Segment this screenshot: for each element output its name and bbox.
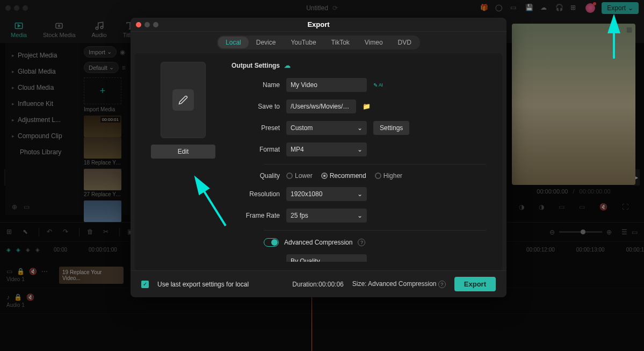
- quality-recommend-radio[interactable]: Recommend: [321, 172, 366, 180]
- sidebar-item-compound-clip[interactable]: ▸Compound Clip: [5, 128, 81, 144]
- format-select[interactable]: MP4⌄: [286, 142, 367, 156]
- sidebar-item-photos-library[interactable]: Photos Library: [5, 144, 81, 160]
- sidebar-item-adjustment-layer[interactable]: ▸Adjustment L...: [5, 112, 81, 128]
- marker-nav-icon[interactable]: ◈: [26, 247, 30, 253]
- sidebar-item-global-media[interactable]: ▸Global Media: [5, 63, 81, 80]
- lock-icon[interactable]: 🔒: [17, 268, 25, 275]
- advanced-compression-toggle[interactable]: [264, 238, 279, 247]
- visibility-icon[interactable]: ▭: [6, 268, 12, 275]
- color-panel-icon[interactable]: ◧: [613, 26, 619, 33]
- cut-icon[interactable]: ✂: [103, 228, 112, 237]
- fullscreen-icon[interactable]: ⛶: [622, 203, 628, 211]
- delete-icon[interactable]: 🗑: [87, 228, 96, 237]
- confirm-export-button[interactable]: Export: [454, 277, 496, 291]
- zoom-out-icon[interactable]: ⊖: [549, 228, 555, 236]
- preset-settings-button[interactable]: Settings: [373, 121, 409, 135]
- chevron-down-icon: ⌄: [357, 212, 363, 219]
- help-icon[interactable]: ?: [358, 239, 365, 246]
- gift-icon[interactable]: 🎁: [480, 4, 489, 12]
- headphones-icon[interactable]: 🎧: [555, 4, 564, 12]
- dialog-window-controls[interactable]: [136, 22, 158, 27]
- tab-audio[interactable]: Audio: [92, 21, 107, 38]
- cursor-icon[interactable]: ⬉: [23, 228, 31, 237]
- maximize-dot-icon[interactable]: [23, 5, 28, 11]
- media-thumbnail[interactable]: [84, 137, 121, 159]
- name-input[interactable]: [286, 78, 367, 92]
- image-panel-icon[interactable]: ▦: [626, 26, 632, 33]
- apps-icon[interactable]: ⊞: [570, 4, 579, 12]
- timeline-clip[interactable]: 19 Replace Your Video...: [59, 267, 124, 284]
- media-thumbnail[interactable]: [84, 200, 121, 222]
- export-button[interactable]: Export ⌄: [602, 2, 639, 14]
- timeline-view-icon[interactable]: ☰: [621, 228, 627, 236]
- framerate-select[interactable]: 25 fps⌄: [286, 209, 367, 223]
- more-icon[interactable]: ⋯: [41, 268, 48, 275]
- use-last-settings-checkbox[interactable]: ✓: [141, 281, 149, 288]
- marker-del-icon[interactable]: ◈: [35, 247, 40, 253]
- preset-select[interactable]: Custom⌄: [286, 121, 367, 135]
- filter-icon[interactable]: ≡: [122, 64, 126, 71]
- marker-icon[interactable]: ▭: [579, 203, 585, 211]
- grid-icon[interactable]: ⊞: [6, 228, 15, 237]
- add-folder-icon[interactable]: ⊕: [12, 203, 17, 211]
- user-avatar[interactable]: [585, 3, 595, 13]
- undo-icon[interactable]: ↶: [47, 228, 55, 237]
- marker-add-icon[interactable]: ◈: [6, 247, 11, 253]
- sidebar-item-project-media[interactable]: ▸Project Media: [5, 47, 81, 63]
- snapshot-icon[interactable]: ▭: [559, 203, 565, 211]
- tab-youtube[interactable]: YouTube: [283, 37, 323, 48]
- browse-folder-icon[interactable]: 📁: [363, 103, 371, 110]
- record-icon[interactable]: ◉: [120, 48, 125, 56]
- clip-label: 18 Replace Yo...: [84, 160, 121, 166]
- tab-dvd[interactable]: DVD: [390, 37, 419, 48]
- tab-device[interactable]: Device: [249, 37, 284, 48]
- media-thumbnail[interactable]: 00:00:01: [84, 116, 121, 137]
- mute-icon[interactable]: 🔇: [599, 203, 607, 211]
- marker-list-icon[interactable]: ◈: [16, 247, 20, 253]
- tab-local[interactable]: Local: [218, 37, 249, 48]
- mute-icon[interactable]: 🔇: [26, 293, 34, 301]
- sync-icon: ⟳: [332, 4, 338, 12]
- settings-icon[interactable]: ◑: [539, 203, 544, 211]
- close-icon[interactable]: [136, 22, 141, 27]
- minimize-dot-icon[interactable]: [14, 5, 19, 11]
- dialog-title: Export: [307, 20, 329, 28]
- redo-icon[interactable]: ↷: [63, 228, 71, 237]
- mute-icon[interactable]: 🔇: [29, 268, 37, 275]
- audio-icon[interactable]: ♪: [6, 293, 10, 301]
- audio-meter-icon[interactable]: ◑: [519, 203, 524, 211]
- import-dropdown[interactable]: Import ⌄: [84, 46, 117, 58]
- monitor-icon[interactable]: ▭: [510, 4, 519, 12]
- sort-dropdown[interactable]: Default ⌄: [84, 62, 119, 73]
- cloud-icon[interactable]: ☁: [540, 4, 549, 12]
- quality-higher-radio[interactable]: Higher: [375, 172, 402, 180]
- quality-lower-radio[interactable]: Lower: [286, 172, 313, 180]
- import-media-button[interactable]: +: [84, 77, 121, 104]
- tab-stock-media[interactable]: Stock Media: [43, 21, 76, 38]
- zoom-in-icon[interactable]: ⊕: [606, 228, 612, 236]
- framerate-label: Frame Rate: [231, 212, 280, 219]
- compression-mode-select[interactable]: By Quality⌄: [286, 254, 367, 262]
- help-icon[interactable]: ?: [438, 281, 446, 288]
- save-icon[interactable]: 💾: [525, 4, 534, 12]
- resolution-select[interactable]: 1920x1080⌄: [286, 187, 367, 201]
- cloud-sync-icon[interactable]: ☁: [284, 62, 291, 69]
- close-dot-icon[interactable]: [5, 5, 11, 11]
- edit-thumbnail-button[interactable]: Edit: [151, 145, 215, 159]
- tab-tiktok[interactable]: TikTok: [324, 37, 357, 48]
- folder-icon[interactable]: ▭: [24, 203, 30, 211]
- ai-icon[interactable]: ✎AI: [373, 82, 383, 88]
- media-thumbnail[interactable]: [84, 169, 121, 190]
- record-icon[interactable]: ◯: [495, 4, 504, 12]
- sidebar-item-influence-kit[interactable]: ▸Influence Kit: [5, 96, 81, 112]
- zoom-slider[interactable]: [559, 231, 602, 233]
- timeline-settings-icon[interactable]: ▭: [632, 228, 638, 236]
- tab-media[interactable]: Media: [11, 21, 27, 38]
- sidebar-item-cloud-media[interactable]: ▸Cloud Media: [5, 80, 81, 96]
- tab-vimeo[interactable]: Vimeo: [357, 37, 390, 48]
- lock-icon[interactable]: 🔒: [14, 293, 22, 301]
- chevron-down-icon: ⌄: [109, 64, 114, 71]
- clip-label: 27 Replace Yo...: [84, 191, 121, 197]
- preview-viewport[interactable]: [512, 24, 635, 185]
- window-controls[interactable]: [5, 5, 28, 11]
